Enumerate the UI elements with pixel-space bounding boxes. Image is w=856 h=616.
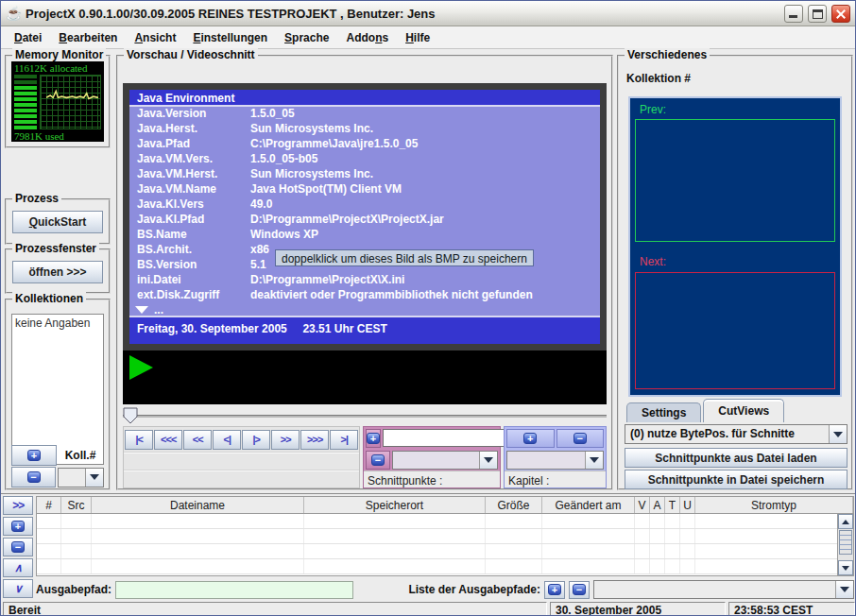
open-prozessfenster-button[interactable]: öffnen >>> (12, 261, 103, 283)
remove-chapter-button[interactable]: − (556, 429, 605, 448)
slider-track[interactable] (123, 415, 607, 418)
menu-item-bearbeiten[interactable]: Bearbeiten (50, 28, 126, 47)
combo-arrow-button[interactable] (829, 425, 847, 443)
menu-item-sprache[interactable]: Sprache (276, 28, 337, 47)
close-button[interactable] (831, 5, 850, 23)
next-image-box[interactable] (635, 272, 835, 389)
nav-step-forward-button[interactable]: |> (242, 430, 270, 450)
menu-item-hilfe[interactable]: Hilfe (397, 28, 438, 47)
nav-forward-fast-button[interactable]: >>> (300, 430, 329, 450)
scrollbar-thumb[interactable] (839, 530, 852, 555)
plus-icon: + (523, 433, 537, 444)
menu-item-ansicht[interactable]: Ansicht (126, 28, 184, 47)
column-header-dateiname[interactable]: Dateiname (92, 497, 304, 513)
env-more-row[interactable]: ... (129, 303, 600, 316)
column-header-v[interactable]: V (635, 497, 650, 513)
column-header-a[interactable]: A (650, 497, 665, 513)
position-slider[interactable] (123, 407, 607, 426)
memory-bar (14, 75, 37, 78)
table-cell (650, 559, 665, 573)
column-header-u[interactable]: U (680, 497, 695, 513)
column-header-stromtyp[interactable]: Stromtyp (695, 497, 853, 513)
nav-step-back-button[interactable]: <| (213, 430, 241, 450)
quickstart-button[interactable]: QuickStart (12, 211, 103, 233)
add-cutpoint-button[interactable]: + (366, 429, 381, 448)
move-down-button[interactable]: ∨ (3, 579, 33, 598)
add-collection-button[interactable]: + (11, 445, 57, 466)
java-icon: ☕ (6, 6, 21, 21)
combo-arrow-button[interactable] (835, 581, 853, 598)
combo-arrow-button[interactable] (585, 452, 603, 469)
nav-rewind-fast-button[interactable]: <<< (154, 430, 182, 450)
prozessfenster-title: Prozessfenster (12, 242, 99, 255)
app-window: ☕ ProjectX 0.90.1.00/30.09.2005 REINES T… (0, 0, 856, 616)
combo-arrow-button[interactable] (85, 469, 103, 487)
column-header-t[interactable]: T (665, 497, 680, 513)
nav-last-button[interactable]: >| (330, 430, 358, 450)
minus-icon: − (27, 471, 41, 483)
load-cutpoints-button[interactable]: Schnittpunkte aus Datei laden (625, 448, 847, 468)
maximize-button[interactable] (808, 5, 827, 23)
env-key: ini.Datei (137, 273, 250, 288)
column-header-speicherort[interactable]: Speicherort (304, 497, 486, 513)
table-cell (635, 559, 650, 573)
output-path-input[interactable] (115, 581, 353, 599)
env-row-java-vm-vers-: Java.VM.Vers.1.5.0_05-b05 (129, 152, 600, 167)
koll-number-combo[interactable] (58, 468, 104, 488)
add-file-button[interactable]: + (3, 517, 33, 536)
minimize-button[interactable] (784, 5, 803, 23)
tab-settings[interactable]: Settings (626, 402, 701, 422)
output-path-combo-value (594, 581, 835, 598)
move-up-button[interactable]: ∧ (3, 558, 33, 577)
nav-rewind-button[interactable]: << (183, 430, 212, 450)
cutpoint-combo[interactable] (392, 451, 498, 470)
tab-cutviews[interactable]: CutViews (703, 399, 784, 422)
table-scrollbar[interactable] (837, 514, 853, 575)
column-header-#[interactable]: # (37, 497, 61, 513)
chevron-icon: ∨ (14, 582, 22, 595)
menu-item-datei[interactable]: Datei (6, 28, 50, 47)
env-rows: Java.Version1.5.0_05Java.Herst.Sun Micro… (129, 107, 600, 303)
video-area[interactable]: Java Environment Java.Version1.5.0_05Jav… (123, 83, 607, 404)
append-to-collection-button[interactable]: >> (3, 496, 33, 515)
table-cell (92, 544, 304, 558)
table-cell (304, 544, 486, 558)
env-info-frame: Java Environment Java.Version1.5.0_05Jav… (123, 83, 607, 351)
nav-row: |<<<<<<<||>>>>>>>| (124, 427, 359, 452)
column-header-src[interactable]: Src (61, 497, 92, 513)
memory-monitor-canvas[interactable]: 11612K allocated 7981K used (11, 61, 104, 142)
table-body (37, 514, 853, 574)
nav-forward-button[interactable]: >> (271, 430, 300, 450)
nav-first-button[interactable]: |< (125, 430, 153, 450)
add-chapter-button[interactable]: + (506, 429, 555, 448)
prev-image-box[interactable] (635, 119, 835, 242)
scroll-up-button[interactable] (838, 514, 853, 529)
remove-collection-button[interactable]: − (11, 467, 56, 488)
column-header-ge-ndert-am[interactable]: Geändert am (542, 497, 635, 513)
chapter-combo[interactable] (506, 451, 604, 470)
memory-bar (14, 109, 37, 112)
prev-label: Prev: (640, 103, 666, 116)
output-path-combo[interactable] (593, 580, 854, 599)
play-icon[interactable] (129, 355, 153, 380)
env-row-java-herst-: Java.Herst.Sun Microsystems Inc. (129, 122, 600, 137)
column-header-gr-e[interactable]: Größe (486, 497, 542, 513)
menu-item-einstellungen[interactable]: Einstellungen (184, 28, 276, 47)
remove-output-path-button[interactable]: − (569, 581, 590, 599)
table-cell (304, 514, 486, 528)
kollektionen-list[interactable]: keine Angaben (11, 314, 104, 465)
table-header-row: #SrcDateinameSpeicherortGrößeGeändert am… (37, 497, 853, 514)
save-cutpoints-button[interactable]: Schnittpunkte in Datei speichern (625, 470, 847, 489)
add-output-path-button[interactable]: + (544, 581, 565, 599)
chevron-down-icon (842, 566, 849, 571)
remove-cutpoint-button[interactable]: − (366, 451, 390, 470)
slider-thumb[interactable] (123, 407, 139, 425)
table-cell (650, 514, 665, 528)
status-date: 30. September 2005 (550, 602, 726, 616)
menu-item-addons[interactable]: Addons (337, 28, 397, 47)
remove-file-button[interactable]: − (3, 538, 33, 556)
combo-arrow-button[interactable] (479, 452, 497, 469)
table-cell (635, 514, 650, 528)
bytepos-combo[interactable]: (0) nutze BytePos. für Schnitte (625, 424, 847, 444)
scroll-down-button[interactable] (838, 560, 853, 575)
